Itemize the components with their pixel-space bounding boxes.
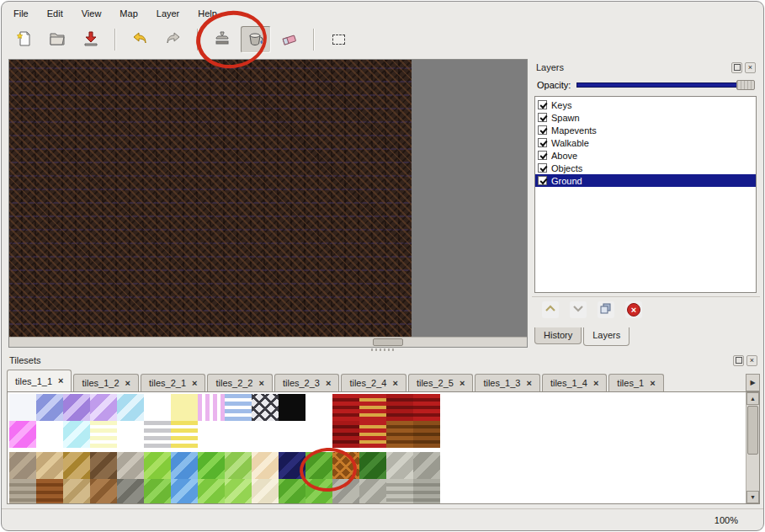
tileset-tab-tiles_2_4[interactable]: tiles_2_4× (341, 374, 406, 391)
tile[interactable] (386, 479, 413, 504)
tile[interactable] (117, 452, 144, 479)
map-viewport[interactable] (8, 59, 528, 348)
tile[interactable] (144, 394, 171, 421)
tile[interactable] (36, 394, 63, 421)
palette-vertical-scrollbar[interactable]: ▲ ▼ (746, 392, 759, 503)
tile[interactable] (36, 421, 63, 448)
tile[interactable] (171, 479, 198, 504)
tile[interactable] (171, 394, 198, 421)
tile[interactable] (413, 421, 440, 448)
tile[interactable] (332, 479, 359, 504)
tile[interactable] (359, 452, 386, 479)
tileset-tab-tiles_2_2[interactable]: tiles_2_2× (207, 374, 272, 391)
open-file-button[interactable] (42, 26, 72, 53)
tile[interactable] (386, 452, 413, 479)
tile[interactable] (413, 394, 440, 421)
undo-button[interactable] (125, 26, 155, 53)
tile[interactable] (225, 421, 252, 448)
tile[interactable] (225, 394, 252, 421)
tile[interactable] (90, 421, 117, 448)
layer-visibility-checkbox[interactable] (538, 151, 547, 160)
close-panel-icon[interactable]: × (745, 62, 756, 73)
close-tab-icon[interactable]: × (192, 379, 197, 388)
tile[interactable] (305, 394, 332, 421)
close-tab-icon[interactable]: × (326, 379, 331, 388)
eraser-tool-button[interactable] (274, 26, 305, 53)
layer-visibility-checkbox[interactable] (538, 125, 547, 135)
tile[interactable] (171, 421, 198, 448)
float-panel-icon[interactable] (731, 62, 742, 73)
layer-visibility-checkbox[interactable] (538, 138, 547, 147)
tile[interactable] (225, 452, 252, 479)
tile[interactable] (117, 394, 144, 421)
tile[interactable] (9, 452, 36, 479)
layer-row-spawn[interactable]: Spawn (535, 111, 756, 124)
close-tab-icon[interactable]: × (460, 379, 465, 388)
tileset-tab-tiles_1[interactable]: tiles_1× (608, 374, 663, 391)
close-tab-icon[interactable]: × (392, 379, 397, 388)
tile[interactable] (279, 394, 305, 421)
tile[interactable] (144, 421, 171, 448)
tile[interactable] (359, 394, 386, 421)
tile[interactable] (9, 421, 36, 448)
layer-row-keys[interactable]: Keys (535, 98, 756, 111)
tile[interactable] (252, 479, 279, 504)
scroll-up-icon[interactable]: ▲ (746, 392, 759, 405)
tile[interactable] (144, 452, 171, 479)
menu-edit[interactable]: Edit (45, 8, 65, 19)
layers-panel-tab-history[interactable]: History (534, 327, 582, 344)
delete-layer-button[interactable]: × (625, 301, 642, 318)
tile[interactable] (332, 394, 359, 421)
tile[interactable] (252, 452, 279, 479)
tileset-tab-tiles_2_5[interactable]: tiles_2_5× (408, 374, 473, 391)
layer-row-mapevents[interactable]: Mapevents (535, 124, 756, 136)
menu-help[interactable]: Help (196, 8, 219, 19)
tile[interactable] (90, 479, 117, 504)
tile[interactable] (9, 394, 36, 421)
tileset-tab-tiles_1_1[interactable]: tiles_1_1× (7, 370, 72, 391)
tile[interactable] (332, 421, 359, 448)
tileset-tab-tiles_1_3[interactable]: tiles_1_3× (475, 374, 539, 391)
layer-visibility-checkbox[interactable] (538, 113, 547, 122)
lower-layer-button[interactable] (570, 301, 587, 318)
menu-layer[interactable]: Layer (155, 8, 182, 19)
tab-scroll-right-button[interactable]: ▶ (746, 374, 760, 391)
tile[interactable] (63, 421, 90, 448)
close-tab-icon[interactable]: × (58, 376, 63, 386)
tile[interactable] (144, 479, 171, 504)
tile[interactable] (90, 394, 117, 421)
tile[interactable] (359, 479, 386, 504)
close-tab-icon[interactable]: × (125, 379, 130, 388)
scrollbar-thumb[interactable] (373, 338, 403, 346)
layer-row-objects[interactable]: Objects (535, 162, 756, 174)
menu-file[interactable]: File (12, 8, 30, 19)
close-panel-icon[interactable]: × (746, 355, 757, 366)
scrollbar-thumb[interactable] (747, 406, 758, 455)
tile[interactable] (36, 452, 63, 479)
close-tab-icon[interactable]: × (650, 379, 655, 388)
tile[interactable] (63, 452, 90, 479)
tile[interactable] (198, 452, 225, 479)
tileset-tab-tiles_1_2[interactable]: tiles_1_2× (73, 374, 138, 391)
tile[interactable] (36, 479, 63, 504)
tile[interactable] (359, 421, 386, 448)
map-horizontal-scrollbar[interactable] (9, 337, 527, 347)
layer-visibility-checkbox[interactable] (538, 163, 547, 173)
tile[interactable] (305, 421, 332, 448)
layer-row-ground[interactable]: Ground (535, 174, 756, 187)
tile[interactable] (9, 479, 36, 504)
tile[interactable] (252, 421, 279, 448)
tileset-tab-tiles_2_3[interactable]: tiles_2_3× (274, 374, 339, 391)
float-panel-icon[interactable] (733, 355, 744, 366)
rect-select-tool-button[interactable] (323, 26, 353, 53)
tile[interactable] (386, 421, 413, 448)
tile[interactable] (413, 452, 440, 479)
close-tab-icon[interactable]: × (259, 379, 264, 388)
layer-visibility-checkbox[interactable] (538, 100, 547, 109)
close-tab-icon[interactable]: × (593, 379, 598, 388)
tile[interactable] (332, 452, 359, 479)
raise-layer-button[interactable] (542, 301, 559, 318)
tile[interactable] (386, 394, 413, 421)
layer-visibility-checkbox[interactable] (538, 176, 547, 185)
layer-row-above[interactable]: Above (535, 149, 756, 162)
